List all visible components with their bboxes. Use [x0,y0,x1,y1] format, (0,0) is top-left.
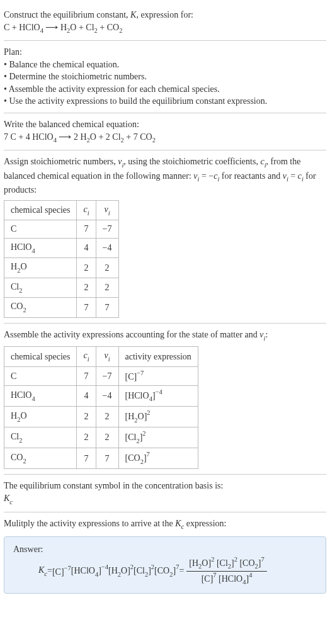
cell-activity: [Cl2]2 [118,427,198,448]
sub: 2 [94,27,98,34]
text: + CO [98,23,119,32]
col-activity: activity expression [118,347,198,366]
sub: 2 [152,137,156,144]
table-row: H2O 2 2 [4,258,119,278]
col-ci: ci [77,200,96,220]
text: , expression for: [136,10,193,20]
cell-nui: −4 [96,238,118,257]
sup: 7 [213,572,216,579]
activity-paragraph: Assemble the activity expressions accoun… [4,329,326,342]
cell-ci: 7 [77,366,96,385]
k-symbol: K [175,519,181,528]
balanced-equation: 7 C + 4 HClO4 ⟶ 2 H2O + 2 Cl2 + 7 CO2 [4,131,326,145]
sup: −4 [156,388,162,395]
equals: = [179,565,184,577]
text: = [288,171,298,181]
kc-symbol: Kc [4,492,326,506]
text: [H [189,558,198,567]
term: [Cl2]2 [134,563,154,579]
table-row: Cl2 2 2 [Cl2]2 [4,427,198,448]
text: [Cl [217,558,228,567]
sub: 2 [119,27,122,34]
symbol-section: The equilibrium constant symbol in the c… [4,475,326,512]
table-row: HClO4 4 −4 [HClO4]−4 [4,385,198,406]
activity-table: chemical species ci νi activity expressi… [4,346,198,469]
cell-activity: [HClO4]−4 [118,385,198,406]
sub: i [302,176,304,183]
table-row: C 7 −7 [4,220,119,239]
table-row: Cl2 2 2 [4,278,119,297]
nu-symbol: ν [104,351,108,360]
text: Assign stoichiometric numbers, [4,157,118,166]
table-row: CO2 7 7 [4,298,119,317]
sub: 2 [145,571,148,578]
text: [HClO [219,573,242,583]
cell-nui: −7 [96,220,118,239]
term: [C]−7 [52,565,71,578]
k-symbol: K [38,565,44,575]
text: H [60,23,67,32]
sub: i [264,335,266,342]
sub: i [108,356,110,363]
sup: 7 [176,563,179,570]
answer-title: Answer: [13,543,317,556]
sup: 2 [130,563,134,570]
text: : [265,330,268,339]
arrow-icon: ⟶ [57,132,74,142]
symbol-text: The equilibrium constant symbol in the c… [4,480,326,492]
sub: 2 [169,571,173,578]
sub: 2 [255,563,258,570]
table-row: CO2 7 7 [CO2]7 [4,448,198,469]
sub: 2 [19,287,22,294]
sub: 4 [31,395,35,402]
fraction-numerator: [H2O]2 [Cl2]2 [CO2]7 [186,556,266,572]
sub: 4 [242,579,246,585]
text: O] [138,412,147,421]
col-species: chemical species [4,200,77,220]
plan-bullet: • Use the activity expressions to build … [4,95,326,108]
plan-bullet: • Assemble the activity expression for e… [4,83,326,96]
c-symbol: c [298,171,302,181]
cell-ci: 2 [77,278,96,297]
sub: 4 [54,137,57,144]
sub: 2 [67,27,70,34]
text: ] [152,391,156,400]
cell-nui: 7 [96,448,118,469]
cell-nui: 2 [96,407,118,427]
sub: 2 [17,267,20,274]
sub: 2 [118,571,121,578]
text: [H [108,566,118,575]
table-header-row: chemical species ci νi [4,200,119,220]
text: C + HClO [4,23,40,32]
sub: 2 [87,137,90,144]
cell-nui: −7 [96,366,118,385]
cell-species: H2O [4,258,77,278]
sup: −4 [101,563,108,570]
table-header-row: chemical species ci νi activity expressi… [4,347,198,366]
fraction-denominator: [C]7 [HClO4]4 [186,572,266,587]
text: ] [231,558,234,567]
sub: 4 [40,27,43,34]
answer-equation: Kc = [C]−7 [HClO4]−4 [H2O]2 [Cl2]2 [CO2]… [38,556,317,587]
cell-ci: 4 [77,238,96,257]
sub: 2 [228,563,231,570]
cell-ci: 7 [77,298,96,317]
text: O] [121,566,130,575]
text: [CO [239,558,254,567]
cell-species: HClO4 [4,238,77,257]
sub: i [88,210,89,217]
sub: i [287,176,288,183]
text: [C] [125,371,137,381]
intro-section: Construct the equilibrium constant, K, e… [4,4,326,41]
sub: 2 [134,417,137,424]
stoich-table: chemical species ci νi C 7 −7 HClO4 4 −4… [4,200,119,318]
sub: 2 [23,458,26,465]
equals: = [47,565,52,577]
sub: 2 [136,438,139,444]
sup: 4 [249,572,252,579]
sup: 2 [147,409,150,416]
sub: c [44,570,47,577]
nu-symbol: ν [283,171,287,181]
term: [H2O]2 [108,563,134,579]
sub: 4 [149,395,152,402]
